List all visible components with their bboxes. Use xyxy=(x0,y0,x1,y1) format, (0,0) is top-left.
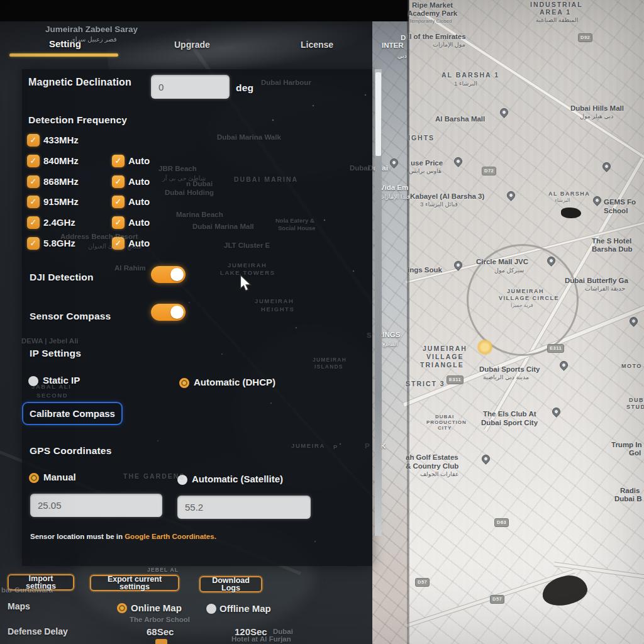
auto-label: Auto xyxy=(128,197,150,208)
defense-delay-value-2: 120Sec xyxy=(235,627,267,638)
note-highlight: Google Earth Coordinates. xyxy=(125,533,216,540)
ip-settings-heading: IP Settings xyxy=(30,348,81,359)
longitude-input[interactable] xyxy=(177,496,311,519)
frequency-checkbox-868mhz[interactable] xyxy=(27,175,40,188)
cropped-checkbox xyxy=(155,639,167,644)
frequency-label: 2.4GHz xyxy=(43,218,75,228)
latitude-input[interactable] xyxy=(30,494,162,517)
satellite-radio[interactable] xyxy=(177,475,187,485)
dhcp-label: Automatic (DHCP) xyxy=(194,377,275,388)
frequency-row: 915MHz Auto xyxy=(27,196,367,209)
tab-upgrade[interactable]: Upgrade xyxy=(174,40,210,49)
magnetic-declination-label: Magnetic Declination xyxy=(28,77,131,88)
frequency-checkbox-433mhz[interactable] xyxy=(27,134,40,147)
manual-radio[interactable] xyxy=(29,473,39,483)
auto-checkbox[interactable] xyxy=(112,175,125,188)
app-window: Ripe MarketAcademy ParkTemporarily Close… xyxy=(0,0,644,644)
frequency-label: 433MHz xyxy=(43,135,79,146)
note-prefix: Sensor location must be in xyxy=(30,533,125,540)
frequency-label: 840MHz xyxy=(43,156,79,167)
frequency-label: 5.8GHz xyxy=(43,238,75,249)
satellite-label: Automatic (Satellite) xyxy=(192,474,283,485)
active-tab-underline xyxy=(9,53,118,57)
auto-checkbox[interactable] xyxy=(112,216,125,229)
frequency-label: 868MHz xyxy=(43,177,79,187)
export-settings-button[interactable]: Export current settings xyxy=(90,575,179,591)
deg-unit-label: deg xyxy=(236,82,253,94)
scrollbar-thumb[interactable] xyxy=(375,72,381,156)
frequency-checkbox-2-4ghz[interactable] xyxy=(27,216,40,229)
frequency-row: 433MHz xyxy=(27,134,367,148)
sensor-location-note: Sensor location must be in Google Earth … xyxy=(30,533,216,541)
sensor-compass-label: Sensor Compass xyxy=(30,311,111,322)
manual-label: Manual xyxy=(43,472,76,483)
auto-checkbox[interactable] xyxy=(112,237,125,250)
auto-label: Auto xyxy=(128,238,150,249)
top-navigation-bar xyxy=(0,0,408,21)
frequency-row: 868MHz Auto xyxy=(27,175,367,189)
dji-detection-toggle[interactable] xyxy=(151,266,186,283)
tab-setting[interactable]: Setting xyxy=(49,39,81,48)
auto-label: Auto xyxy=(128,156,150,167)
dhcp-radio[interactable] xyxy=(179,378,189,388)
online-map-label: Online Map xyxy=(131,603,182,614)
magnetic-declination-input[interactable] xyxy=(151,75,230,99)
import-settings-button[interactable]: Import settings xyxy=(8,574,74,591)
frequency-row: 840MHz Auto xyxy=(27,155,367,169)
offline-map-label: Offline Map xyxy=(219,604,271,614)
offline-map-radio[interactable] xyxy=(206,604,216,614)
frequency-row: 5.8GHz Auto xyxy=(27,237,367,251)
settings-panel: Magnetic Declination deg Detection Frequ… xyxy=(22,69,372,566)
frequency-row: 2.4GHz Auto xyxy=(27,216,367,230)
dji-detection-label: DJI Detection xyxy=(30,272,94,283)
static-ip-radio[interactable] xyxy=(28,376,38,386)
sensor-location-dot xyxy=(477,339,493,355)
gps-coordinates-heading: GPS Coordinates xyxy=(30,445,111,457)
calibrate-compass-button[interactable]: Calibrate Compass xyxy=(22,402,123,425)
static-ip-label: Static IP xyxy=(43,375,80,386)
online-map-radio[interactable] xyxy=(117,603,127,613)
auto-checkbox[interactable] xyxy=(112,155,125,167)
frequency-checkbox-5-8ghz[interactable] xyxy=(27,237,40,250)
frequency-checkbox-915mhz[interactable] xyxy=(27,196,40,208)
maps-label: Maps xyxy=(8,602,30,611)
frequency-checkbox-840mhz[interactable] xyxy=(27,155,40,167)
frequency-label: 915MHz xyxy=(43,197,79,208)
sensor-compass-toggle[interactable] xyxy=(151,304,186,321)
auto-label: Auto xyxy=(128,177,150,187)
pond-shape xyxy=(561,208,581,218)
defense-delay-label: Defense Delay xyxy=(8,627,68,636)
tab-license[interactable]: License xyxy=(301,40,333,49)
auto-label: Auto xyxy=(128,218,150,228)
screen-seam xyxy=(407,0,409,644)
detection-frequency-heading: Detection Frequency xyxy=(28,114,127,126)
download-logs-button[interactable]: Download Logs xyxy=(199,576,262,592)
auto-checkbox[interactable] xyxy=(112,196,125,208)
defense-delay-value-1: 68Sec xyxy=(147,627,174,638)
